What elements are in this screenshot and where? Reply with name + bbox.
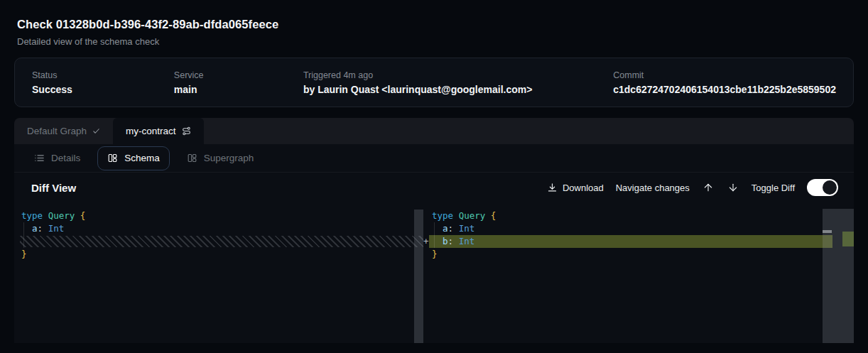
meta-status-value: Success (32, 84, 174, 95)
view-tab-bar: Details Schema Supergraph (14, 144, 854, 173)
scrollbar-thumb-tick (823, 230, 832, 233)
check-icon (92, 127, 100, 135)
tab-my-contract-label: my-contract (126, 126, 176, 136)
toggle-diff-label: Toggle Diff (752, 183, 795, 193)
brace-token: { (80, 210, 86, 221)
toggle-knob (823, 180, 837, 195)
diff-view-title: Diff View (31, 182, 76, 194)
tab-default-graph-label: Default Graph (27, 126, 87, 136)
navigate-previous-button[interactable] (702, 182, 715, 193)
type-token: Query (48, 210, 80, 221)
code-line: type Query { (432, 210, 854, 222)
brace-token: } (21, 249, 27, 259)
graph-tab-bar: Default Graph my-contract (14, 118, 854, 144)
added-code-line: b: Int (432, 235, 854, 248)
meta-commit-value: c1dc62724702406154013cbe11b225b2e5859502 (613, 84, 836, 95)
code-line: type Query { (21, 210, 423, 222)
page-subtitle: Detailed view of the schema check (17, 36, 851, 47)
brace-token: } (432, 249, 438, 259)
meta-service-value: main (174, 84, 303, 95)
colon-token: : (38, 223, 48, 234)
scalar-token: Int (459, 223, 475, 234)
indent-guide (434, 222, 435, 248)
arrow-down-icon (727, 182, 739, 193)
diff-editor: type Query { a: Int } + type Query { a: … (14, 202, 854, 343)
meta-commit: Commit c1dc62724702406154013cbe11b225b2e… (613, 70, 836, 95)
scalar-token: Int (459, 236, 475, 246)
navigate-changes-label: Navigate changes (616, 183, 690, 193)
keyword-token: type (21, 210, 48, 221)
contract-panel: Default Graph my-contract Details (14, 118, 854, 343)
tab-schema[interactable]: Schema (97, 146, 170, 170)
contract-panel-body: Details Schema Supergraph Diff View (14, 144, 854, 343)
tab-details[interactable]: Details (24, 146, 90, 170)
type-token: Query (459, 210, 491, 221)
tab-supergraph-label: Supergraph (204, 153, 254, 163)
meta-commit-label: Commit (613, 70, 836, 80)
diff-placeholder-hatch (20, 236, 423, 247)
diff-pane-changed: type Query { a: Int b: Int } (429, 202, 854, 343)
meta-triggered: Triggered 4m ago by Laurin Quast <laurin… (303, 70, 613, 95)
changed-code: type Query { a: Int b: Int } (429, 202, 854, 261)
meta-triggered-value: by Laurin Quast <laurinquast@googlemail.… (303, 84, 613, 95)
right-scrollbar[interactable] (823, 209, 854, 343)
code-line: a: Int (432, 222, 854, 235)
tab-supergraph[interactable]: Supergraph (177, 146, 264, 170)
download-icon (547, 183, 558, 193)
brace-token: { (491, 210, 497, 221)
diff-toolbar: Diff View Download Navigate changes (14, 173, 854, 202)
colon-token: : (448, 223, 459, 234)
meta-service-label: Service (174, 70, 303, 80)
list-icon (34, 153, 45, 163)
added-line-marker: + (423, 235, 429, 248)
scalar-token: Int (48, 223, 65, 234)
page-header: Check 01328b0d-b396-43f2-89ab-dfda065fee… (0, 0, 868, 47)
navigate-next-button[interactable] (727, 182, 739, 193)
minimap-added-marker (842, 232, 854, 246)
code-line: } (432, 248, 854, 261)
original-code: type Query { a: Int } (14, 202, 423, 261)
meta-service: Service main (174, 70, 303, 95)
route-icon (182, 126, 191, 136)
code-line: } (21, 248, 423, 261)
diff-pane-original: type Query { a: Int } (14, 202, 423, 343)
download-label: Download (563, 183, 604, 193)
meta-triggered-label: Triggered 4m ago (303, 70, 613, 80)
arrow-up-icon (702, 182, 714, 193)
download-button[interactable]: Download (547, 183, 604, 193)
meta-status-label: Status (32, 70, 174, 80)
keyword-token: type (432, 210, 459, 221)
diff-actions: Download Navigate changes Toggle Diff (547, 179, 838, 196)
tab-my-contract[interactable]: my-contract (113, 118, 204, 144)
check-meta-card: Status Success Service main Triggered 4m… (14, 58, 854, 107)
colon-token: : (448, 236, 459, 246)
split-columns-icon (107, 153, 118, 163)
split-columns-icon (187, 153, 197, 163)
tab-details-label: Details (51, 153, 80, 163)
tab-schema-label: Schema (124, 153, 160, 163)
meta-status: Status Success (32, 70, 174, 95)
code-line: a: Int (21, 222, 423, 235)
tab-default-graph[interactable]: Default Graph (14, 118, 113, 144)
toggle-diff-switch[interactable] (807, 179, 838, 196)
page-title: Check 01328b0d-b396-43f2-89ab-dfda065fee… (17, 18, 851, 31)
